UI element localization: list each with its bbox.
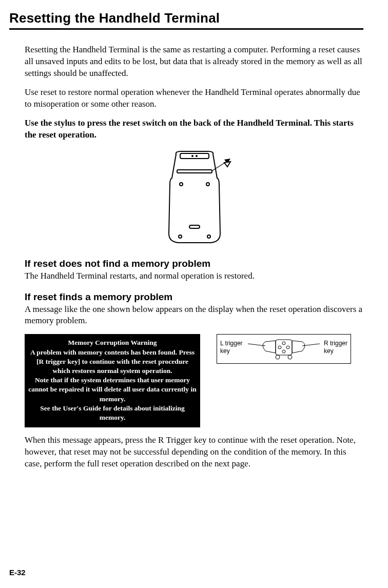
page-number: E-32 xyxy=(9,568,26,577)
trigger-buttons-icon xyxy=(248,338,320,360)
warning-title: Memory Corruption Warning xyxy=(28,338,197,347)
trigger-key-diagram: L triggerkey R triggerkey xyxy=(217,334,351,364)
intro-paragraph-2: Use reset to restore normal operation wh… xyxy=(25,87,363,110)
svg-point-12 xyxy=(282,342,285,345)
svg-point-4 xyxy=(180,183,183,186)
r-trigger-label: R triggerkey xyxy=(324,340,347,355)
subhead-memory-problem: If reset finds a memory problem xyxy=(25,291,363,303)
instruction-paragraph: Use the stylus to press the reset switch… xyxy=(25,117,363,141)
page-title: Resetting the Handheld Terminal xyxy=(9,10,363,26)
closing-paragraph: When this message appears, press the R T… xyxy=(25,435,363,470)
svg-point-1 xyxy=(192,155,193,156)
warning-line-2: Note that if the system determines that … xyxy=(28,376,197,404)
svg-point-14 xyxy=(286,346,289,349)
svg-point-13 xyxy=(278,346,281,349)
svg-point-17 xyxy=(288,355,292,359)
memory-warning-box: Memory Corruption Warning A problem with… xyxy=(25,334,200,427)
intro-paragraph-1: Resetting the Handheld Terminal is the s… xyxy=(25,44,363,80)
svg-point-5 xyxy=(206,183,209,186)
handheld-terminal-illustration xyxy=(150,148,238,246)
svg-rect-0 xyxy=(180,153,209,159)
svg-point-16 xyxy=(276,355,280,359)
svg-rect-6 xyxy=(189,225,200,228)
warning-line-1: A problem with memory contents has been … xyxy=(28,348,197,376)
svg-rect-3 xyxy=(177,170,212,173)
svg-point-8 xyxy=(207,235,210,238)
title-rule xyxy=(9,28,363,30)
body-no-memory-problem: The Handheld Terminal restarts, and norm… xyxy=(25,270,363,282)
svg-point-7 xyxy=(179,235,182,238)
warning-line-3: See the User's Guide for details about i… xyxy=(28,404,197,422)
svg-point-15 xyxy=(282,350,285,353)
l-trigger-label: L triggerkey xyxy=(220,340,243,355)
subhead-no-memory-problem: If reset does not find a memory problem xyxy=(25,258,363,269)
svg-point-2 xyxy=(196,155,197,156)
body-memory-problem: A message like the one shown below appea… xyxy=(25,304,363,327)
